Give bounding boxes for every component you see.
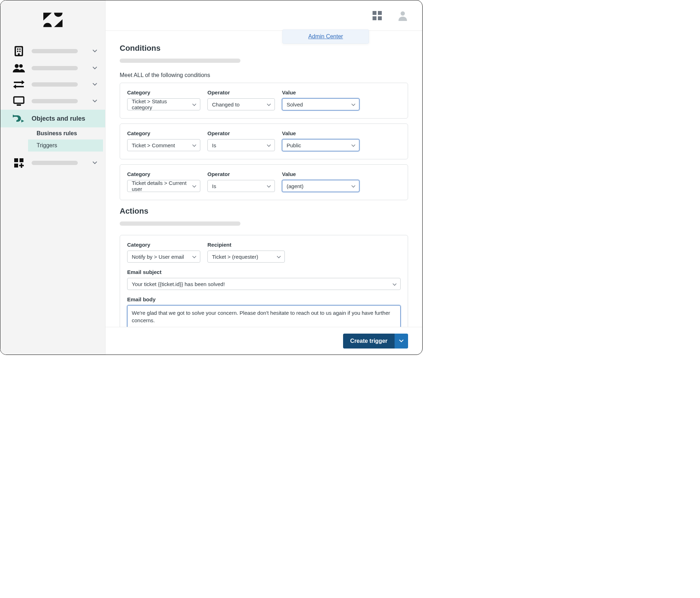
action-card: Category Notify by > User email Recipien… (120, 235, 408, 327)
condition-card: Category Ticket > Status category Operat… (120, 83, 408, 119)
admin-center-link[interactable]: Admin Center (308, 33, 343, 40)
nav-item-objects-rules[interactable]: Objects and rules (0, 110, 105, 127)
nav-item-account[interactable] (0, 42, 105, 60)
input-value: Your ticket {{ticket.id}} has been solve… (132, 281, 225, 287)
nav-item-label-placeholder (32, 49, 78, 53)
products-icon[interactable] (372, 10, 382, 21)
chevron-down-icon (392, 281, 397, 287)
operator-label: Operator (207, 130, 275, 136)
chevron-down-icon (192, 183, 196, 189)
arrows-icon (12, 80, 26, 89)
email-subject-label: Email subject (127, 269, 401, 275)
svg-rect-20 (14, 164, 18, 168)
select-value: Ticket > Status category (132, 98, 189, 110)
value-select[interactable]: Solved (282, 98, 359, 110)
svg-marker-17 (21, 120, 24, 122)
profile-icon[interactable] (397, 10, 408, 21)
nav-item-label: Objects and rules (32, 115, 85, 122)
sidebar: Objects and rules Business rules Trigger… (0, 0, 105, 355)
nav-item-people[interactable] (0, 60, 105, 76)
apps-icon (12, 158, 26, 168)
svg-rect-5 (17, 51, 18, 52)
svg-point-9 (19, 64, 23, 68)
nav-item-workspaces[interactable] (0, 93, 105, 110)
condition-card: Category Ticket > Comment Operator Is (120, 124, 408, 159)
value-select[interactable]: (agent) (282, 180, 359, 192)
nav-item-apps[interactable] (0, 154, 105, 171)
chevron-down-icon (267, 183, 271, 189)
svg-rect-18 (14, 158, 18, 162)
svg-point-8 (15, 64, 19, 68)
condition-card: Category Ticket details > Current user O… (120, 164, 408, 200)
chevron-down-icon (351, 142, 356, 148)
subnav-item-triggers[interactable]: Triggers (28, 139, 103, 152)
chevron-down-icon (192, 254, 196, 260)
brand-logo (0, 10, 105, 42)
chevron-down-icon (92, 66, 97, 70)
footer: Create trigger (105, 327, 422, 355)
zendesk-logo-icon (43, 10, 63, 29)
nav-item-label-placeholder (32, 99, 78, 103)
recipient-select[interactable]: Ticket > (requester) (207, 251, 285, 263)
chevron-down-icon (92, 49, 97, 53)
email-body-label: Email body (127, 296, 401, 302)
category-label: Category (127, 130, 200, 136)
meet-all-label: Meet ALL of the following conditions (120, 72, 408, 78)
svg-rect-19 (20, 158, 23, 162)
svg-rect-26 (378, 16, 382, 20)
operator-select[interactable]: Is (207, 139, 275, 151)
svg-rect-14 (14, 97, 24, 103)
category-label: Category (127, 171, 200, 177)
nav-item-channels[interactable] (0, 76, 105, 93)
flow-icon (12, 113, 26, 124)
chevron-down-icon (92, 83, 97, 86)
admin-center-popover: Admin Center (282, 29, 369, 44)
select-value: Ticket details > Current user (132, 180, 189, 192)
svg-rect-24 (378, 11, 382, 15)
operator-select[interactable]: Is (207, 180, 275, 192)
email-body-textarea[interactable]: We're glad that we got to solve your con… (127, 305, 401, 327)
category-select[interactable]: Ticket > Status category (127, 98, 200, 110)
select-value: (agent) (287, 183, 304, 189)
action-category-select[interactable]: Notify by > User email (127, 251, 200, 263)
select-value: Solved (287, 102, 303, 108)
email-subject-input[interactable]: Your ticket {{ticket.id}} has been solve… (127, 278, 401, 290)
svg-point-27 (401, 11, 405, 16)
monitor-icon (12, 96, 26, 106)
select-value: Changed to (212, 102, 240, 108)
category-select[interactable]: Ticket > Comment (127, 139, 200, 151)
chevron-down-icon (192, 142, 196, 148)
svg-marker-13 (13, 84, 16, 89)
create-trigger-dropdown[interactable] (395, 334, 408, 349)
operator-select[interactable]: Changed to (207, 98, 275, 110)
chevron-down-icon (351, 183, 356, 189)
select-value: Ticket > Comment (132, 142, 175, 148)
svg-marker-1 (54, 19, 63, 27)
category-label: Category (127, 242, 200, 248)
create-trigger-button[interactable]: Create trigger (343, 334, 395, 349)
select-value: Ticket > (requester) (212, 254, 258, 260)
svg-marker-0 (43, 13, 52, 21)
value-label: Value (282, 89, 359, 95)
building-icon (12, 46, 26, 56)
select-value: Is (212, 183, 216, 189)
value-select[interactable]: Public (282, 139, 359, 151)
create-trigger-split-button: Create trigger (343, 334, 408, 349)
conditions-title: Conditions (120, 44, 408, 53)
svg-rect-3 (17, 49, 18, 50)
actions-title: Actions (120, 207, 408, 216)
topbar (105, 0, 422, 31)
svg-rect-4 (19, 49, 21, 50)
description-placeholder (120, 59, 240, 63)
operator-label: Operator (207, 89, 275, 95)
svg-rect-25 (373, 16, 376, 20)
value-label: Value (282, 171, 359, 177)
chevron-down-icon (92, 99, 97, 103)
svg-rect-23 (373, 11, 376, 15)
main: Admin Center Conditions Meet ALL of the … (105, 0, 422, 355)
content: Conditions Meet ALL of the following con… (105, 31, 422, 327)
subnav-section-head[interactable]: Business rules (32, 127, 105, 139)
description-placeholder (120, 221, 240, 226)
svg-marker-16 (13, 115, 16, 117)
category-select[interactable]: Ticket details > Current user (127, 180, 200, 192)
